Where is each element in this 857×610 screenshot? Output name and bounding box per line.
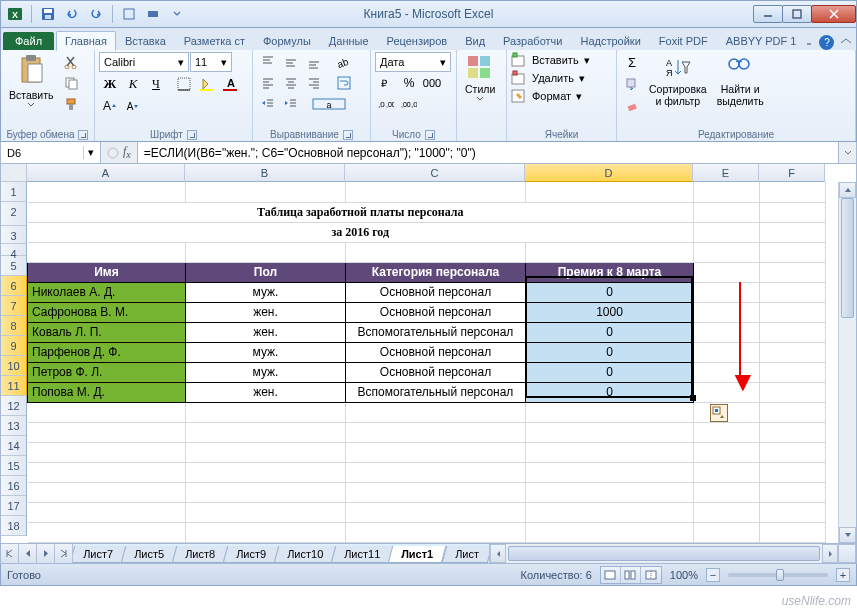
hscroll-thumb[interactable] [508, 546, 820, 561]
table-cell[interactable]: Вспомогательный персонал [346, 322, 526, 342]
row-header-11[interactable]: 11 [1, 376, 27, 396]
tab-data[interactable]: Данные [320, 31, 378, 50]
underline-icon[interactable]: Ч [145, 74, 167, 94]
horizontal-scrollbar[interactable] [489, 544, 856, 563]
tab-developer[interactable]: Разработчи [494, 31, 571, 50]
table-cell[interactable]: 1000 [526, 302, 694, 322]
increase-decimal-icon[interactable]: ,0,00 [375, 94, 397, 114]
col-header-F[interactable]: F [759, 164, 825, 182]
undo-icon[interactable] [62, 4, 82, 24]
scroll-up-icon[interactable] [839, 182, 856, 198]
row-header-16[interactable]: 16 [1, 476, 27, 496]
worksheet-grid[interactable]: ABCDEF 123456789101112131415161718 Табли… [0, 164, 857, 544]
tab-insert[interactable]: Вставка [116, 31, 175, 50]
table-cell[interactable]: Основной персонал [346, 342, 526, 362]
row-header-5[interactable]: 5 [1, 256, 27, 276]
sheet-nav-first-icon[interactable] [1, 544, 19, 563]
cut-icon[interactable] [60, 52, 82, 72]
number-launcher[interactable] [425, 130, 435, 140]
vertical-scrollbar[interactable] [838, 182, 856, 543]
table-cell[interactable]: Петров Ф. Л. [28, 362, 186, 382]
ribbon-minimize-icon[interactable] [840, 38, 852, 48]
hscroll-right-icon[interactable] [822, 544, 838, 563]
row-header-10[interactable]: 10 [1, 356, 27, 376]
row-header-1[interactable]: 1 [1, 182, 27, 202]
scroll-thumb[interactable] [841, 198, 854, 318]
sheet-tab[interactable]: Лист5 [121, 546, 178, 563]
align-center-icon[interactable] [280, 73, 302, 93]
tabs-overflow-icon[interactable] [805, 39, 813, 47]
row-header-2[interactable]: 2 [1, 202, 27, 226]
align-left-icon[interactable] [257, 73, 279, 93]
qat-customize-icon[interactable] [167, 4, 187, 24]
align-right-icon[interactable] [303, 73, 325, 93]
table-cell[interactable]: Сафронова В. М. [28, 302, 186, 322]
sheet-tab[interactable]: Лист10 [274, 546, 337, 563]
col-header-C[interactable]: C [345, 164, 525, 182]
tab-view[interactable]: Вид [456, 31, 494, 50]
grow-font-icon[interactable]: A [99, 96, 121, 116]
fx-icon[interactable]: fx [123, 144, 131, 160]
row-header-12[interactable]: 12 [1, 396, 27, 416]
formula-input[interactable]: =ЕСЛИ(И(B6="жен."; C6="Основной персонал… [137, 142, 838, 163]
hscroll-left-icon[interactable] [490, 544, 506, 563]
paste-button[interactable]: Вставить [5, 52, 58, 109]
comma-icon[interactable]: 000 [421, 73, 443, 93]
tab-file[interactable]: Файл [3, 32, 54, 50]
fill-color-icon[interactable] [196, 74, 218, 94]
tab-foxit[interactable]: Foxit PDF [650, 31, 717, 50]
table-cell[interactable]: Парфенов Д. Ф. [28, 342, 186, 362]
table-cell[interactable]: жен. [186, 322, 346, 342]
autosum-icon[interactable]: Σ [621, 52, 643, 72]
font-launcher[interactable] [187, 130, 197, 140]
clipboard-launcher[interactable] [78, 130, 88, 140]
sheet-tab[interactable]: Лист7 [73, 546, 126, 563]
help-icon[interactable]: ? [819, 35, 834, 50]
align-middle-icon[interactable] [280, 52, 302, 72]
hscroll-end-icon[interactable] [838, 544, 856, 563]
table-cell[interactable]: Вспомогательный персонал [346, 382, 526, 402]
row-header-13[interactable]: 13 [1, 416, 27, 436]
table-cell[interactable]: муж. [186, 362, 346, 382]
cells-format-button[interactable]: Формат▾ [511, 88, 582, 104]
view-normal-icon[interactable] [601, 567, 621, 583]
table-cell[interactable]: Основной персонал [346, 302, 526, 322]
minimize-button[interactable] [753, 5, 783, 23]
table-cell[interactable]: Коваль Л. П. [28, 322, 186, 342]
row-header-4[interactable]: 4 [1, 244, 27, 256]
table-cell[interactable]: Основной персонал [346, 282, 526, 302]
number-format-combo[interactable]: Дата▾ [375, 52, 451, 72]
border-icon[interactable] [173, 74, 195, 94]
table-cell[interactable]: муж. [186, 282, 346, 302]
font-color-icon[interactable]: A [219, 74, 241, 94]
italic-icon[interactable]: К [122, 74, 144, 94]
table-cell[interactable]: Николаев А. Д. [28, 282, 186, 302]
excel-icon[interactable]: X [5, 4, 25, 24]
sort-filter-button[interactable]: АЯ Сортировка и фильтр [645, 52, 711, 109]
copy-icon[interactable] [60, 73, 82, 93]
table-cell[interactable]: Попова М. Д. [28, 382, 186, 402]
zoom-out-button[interactable]: − [706, 568, 720, 582]
row-header-9[interactable]: 9 [1, 336, 27, 356]
decrease-decimal-icon[interactable]: ,00,0 [398, 94, 420, 114]
fill-icon[interactable] [621, 74, 643, 94]
sheet-tab[interactable]: Лист9 [223, 546, 280, 563]
scroll-down-icon[interactable] [839, 527, 856, 543]
format-painter-icon[interactable] [60, 94, 82, 114]
table-cell[interactable]: 0 [526, 362, 694, 382]
row-header-18[interactable]: 18 [1, 516, 27, 536]
qat-extra-2[interactable] [143, 4, 163, 24]
font-name-combo[interactable]: Calibri▾ [99, 52, 189, 72]
row-header-14[interactable]: 14 [1, 436, 27, 456]
tab-home[interactable]: Главная [56, 31, 116, 51]
close-button[interactable] [811, 5, 856, 23]
zoom-slider[interactable] [728, 573, 828, 577]
maximize-button[interactable] [782, 5, 812, 23]
sheet-tab[interactable]: Лист1 [388, 546, 447, 563]
view-pagelayout-icon[interactable] [621, 567, 641, 583]
tab-abbyy[interactable]: ABBYY PDF 1 [717, 31, 806, 50]
row-header-15[interactable]: 15 [1, 456, 27, 476]
row-header-6[interactable]: 6 [1, 276, 27, 296]
clear-icon[interactable] [621, 96, 643, 116]
wrap-text-icon[interactable] [333, 73, 355, 93]
